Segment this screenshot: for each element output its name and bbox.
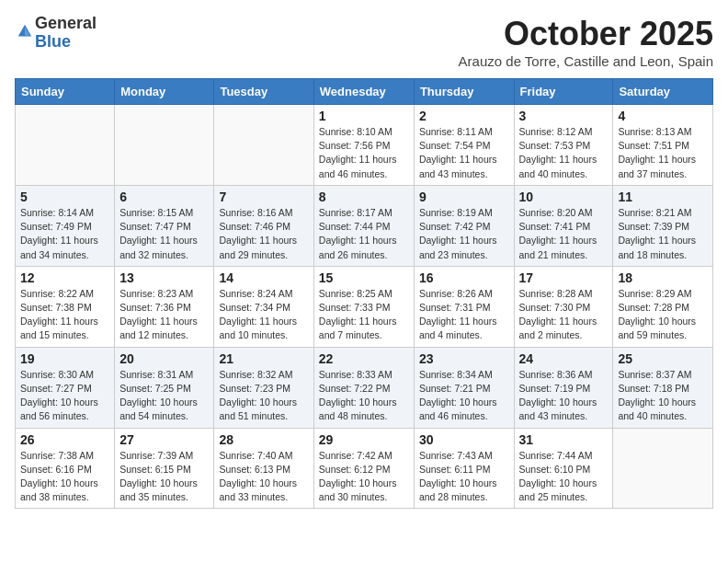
- page-header: General Blue October 2025 Arauzo de Torr…: [15, 15, 713, 69]
- calendar-cell: 25Sunrise: 8:37 AMSunset: 7:18 PMDayligh…: [613, 347, 713, 428]
- day-info: Sunrise: 7:40 AMSunset: 6:13 PMDaylight:…: [219, 449, 308, 505]
- calendar-cell: 27Sunrise: 7:39 AMSunset: 6:15 PMDayligh…: [115, 428, 214, 509]
- day-info: Sunrise: 8:36 AMSunset: 7:19 PMDaylight:…: [519, 368, 609, 424]
- day-number: 5: [20, 190, 109, 204]
- day-number: 21: [219, 351, 308, 366]
- calendar-cell: 14Sunrise: 8:24 AMSunset: 7:34 PMDayligh…: [214, 266, 313, 347]
- day-number: 10: [519, 190, 609, 204]
- day-number: 14: [219, 270, 308, 285]
- calendar-cell: 31Sunrise: 7:44 AMSunset: 6:10 PMDayligh…: [514, 428, 613, 509]
- calendar-cell: 15Sunrise: 8:25 AMSunset: 7:33 PMDayligh…: [313, 266, 414, 347]
- day-info: Sunrise: 8:28 AMSunset: 7:30 PMDaylight:…: [519, 287, 609, 343]
- day-number: 12: [20, 270, 109, 285]
- day-info: Sunrise: 8:31 AMSunset: 7:25 PMDaylight:…: [119, 368, 209, 424]
- day-info: Sunrise: 7:38 AMSunset: 6:16 PMDaylight:…: [20, 449, 109, 505]
- calendar-cell: [613, 428, 713, 509]
- day-number: 24: [519, 351, 609, 366]
- logo: General Blue: [15, 15, 97, 52]
- day-info: Sunrise: 8:14 AMSunset: 7:49 PMDaylight:…: [20, 206, 109, 262]
- day-number: 19: [20, 351, 109, 366]
- day-info: Sunrise: 8:26 AMSunset: 7:31 PMDaylight:…: [419, 287, 509, 343]
- calendar-cell: 3Sunrise: 8:12 AMSunset: 7:53 PMDaylight…: [514, 105, 613, 186]
- day-info: Sunrise: 7:43 AMSunset: 6:11 PMDaylight:…: [419, 449, 509, 505]
- day-info: Sunrise: 8:33 AMSunset: 7:22 PMDaylight:…: [319, 368, 409, 424]
- day-info: Sunrise: 8:37 AMSunset: 7:18 PMDaylight:…: [618, 368, 708, 424]
- calendar-cell: 20Sunrise: 8:31 AMSunset: 7:25 PMDayligh…: [115, 347, 214, 428]
- calendar-cell: 26Sunrise: 7:38 AMSunset: 6:16 PMDayligh…: [16, 428, 115, 509]
- calendar-cell: [16, 105, 115, 186]
- calendar-week-4: 26Sunrise: 7:38 AMSunset: 6:16 PMDayligh…: [16, 428, 713, 509]
- calendar-cell: 8Sunrise: 8:17 AMSunset: 7:44 PMDaylight…: [313, 185, 414, 266]
- calendar-cell: 2Sunrise: 8:11 AMSunset: 7:54 PMDaylight…: [414, 105, 514, 186]
- day-info: Sunrise: 7:42 AMSunset: 6:12 PMDaylight:…: [319, 449, 409, 505]
- calendar-cell: 24Sunrise: 8:36 AMSunset: 7:19 PMDayligh…: [514, 347, 613, 428]
- calendar-cell: 21Sunrise: 8:32 AMSunset: 7:23 PMDayligh…: [214, 347, 313, 428]
- title-block: October 2025 Arauzo de Torre, Castille a…: [459, 15, 713, 69]
- calendar-cell: 5Sunrise: 8:14 AMSunset: 7:49 PMDaylight…: [16, 185, 115, 266]
- calendar-week-2: 12Sunrise: 8:22 AMSunset: 7:38 PMDayligh…: [16, 266, 713, 347]
- logo-blue-text: Blue: [35, 32, 71, 51]
- day-number: 3: [519, 109, 609, 123]
- calendar-cell: 18Sunrise: 8:29 AMSunset: 7:28 PMDayligh…: [613, 266, 713, 347]
- day-number: 28: [219, 432, 308, 447]
- calendar-cell: 19Sunrise: 8:30 AMSunset: 7:27 PMDayligh…: [16, 347, 115, 428]
- calendar-cell: 13Sunrise: 8:23 AMSunset: 7:36 PMDayligh…: [115, 266, 214, 347]
- day-info: Sunrise: 8:11 AMSunset: 7:54 PMDaylight:…: [419, 125, 509, 181]
- calendar-cell: 1Sunrise: 8:10 AMSunset: 7:56 PMDaylight…: [313, 105, 414, 186]
- calendar-cell: 29Sunrise: 7:42 AMSunset: 6:12 PMDayligh…: [313, 428, 414, 509]
- logo-icon: [17, 23, 33, 40]
- day-info: Sunrise: 7:44 AMSunset: 6:10 PMDaylight:…: [519, 449, 609, 505]
- day-info: Sunrise: 8:21 AMSunset: 7:39 PMDaylight:…: [618, 206, 708, 262]
- day-info: Sunrise: 8:32 AMSunset: 7:23 PMDaylight:…: [219, 368, 308, 424]
- calendar-week-0: 1Sunrise: 8:10 AMSunset: 7:56 PMDaylight…: [16, 105, 713, 186]
- calendar-cell: 22Sunrise: 8:33 AMSunset: 7:22 PMDayligh…: [313, 347, 414, 428]
- day-number: 8: [319, 190, 409, 204]
- day-number: 30: [419, 432, 509, 447]
- calendar-header-row: SundayMondayTuesdayWednesdayThursdayFrid…: [16, 79, 713, 105]
- day-number: 27: [119, 432, 209, 447]
- calendar-cell: 23Sunrise: 8:34 AMSunset: 7:21 PMDayligh…: [414, 347, 514, 428]
- calendar-cell: 10Sunrise: 8:20 AMSunset: 7:41 PMDayligh…: [514, 185, 613, 266]
- day-info: Sunrise: 8:15 AMSunset: 7:47 PMDaylight:…: [119, 206, 209, 262]
- day-info: Sunrise: 8:16 AMSunset: 7:46 PMDaylight:…: [219, 206, 308, 262]
- calendar-cell: 17Sunrise: 8:28 AMSunset: 7:30 PMDayligh…: [514, 266, 613, 347]
- day-info: Sunrise: 8:25 AMSunset: 7:33 PMDaylight:…: [319, 287, 409, 343]
- calendar-week-1: 5Sunrise: 8:14 AMSunset: 7:49 PMDaylight…: [16, 185, 713, 266]
- day-info: Sunrise: 8:17 AMSunset: 7:44 PMDaylight:…: [319, 206, 409, 262]
- calendar-cell: 30Sunrise: 7:43 AMSunset: 6:11 PMDayligh…: [414, 428, 514, 509]
- day-number: 9: [419, 190, 509, 204]
- day-info: Sunrise: 8:13 AMSunset: 7:51 PMDaylight:…: [618, 125, 708, 181]
- day-number: 18: [618, 270, 708, 285]
- calendar-cell: 28Sunrise: 7:40 AMSunset: 6:13 PMDayligh…: [214, 428, 313, 509]
- day-number: 4: [618, 109, 708, 123]
- calendar-cell: 12Sunrise: 8:22 AMSunset: 7:38 PMDayligh…: [16, 266, 115, 347]
- day-number: 7: [219, 190, 308, 204]
- header-monday: Monday: [115, 79, 214, 105]
- day-number: 26: [20, 432, 109, 447]
- day-info: Sunrise: 8:30 AMSunset: 7:27 PMDaylight:…: [20, 368, 109, 424]
- location-subtitle: Arauzo de Torre, Castille and Leon, Spai…: [459, 53, 713, 69]
- calendar-cell: 6Sunrise: 8:15 AMSunset: 7:47 PMDaylight…: [115, 185, 214, 266]
- calendar-cell: 11Sunrise: 8:21 AMSunset: 7:39 PMDayligh…: [613, 185, 713, 266]
- day-info: Sunrise: 8:29 AMSunset: 7:28 PMDaylight:…: [618, 287, 708, 343]
- calendar-table: SundayMondayTuesdayWednesdayThursdayFrid…: [15, 78, 713, 509]
- day-number: 11: [618, 190, 708, 204]
- day-number: 17: [519, 270, 609, 285]
- day-number: 23: [419, 351, 509, 366]
- header-tuesday: Tuesday: [214, 79, 313, 105]
- logo-general-text: General: [35, 14, 97, 32]
- day-number: 15: [319, 270, 409, 285]
- day-number: 29: [319, 432, 409, 447]
- header-sunday: Sunday: [16, 79, 115, 105]
- day-number: 2: [419, 109, 509, 123]
- calendar-cell: 4Sunrise: 8:13 AMSunset: 7:51 PMDaylight…: [613, 105, 713, 186]
- day-number: 6: [119, 190, 209, 204]
- day-info: Sunrise: 8:19 AMSunset: 7:42 PMDaylight:…: [419, 206, 509, 262]
- header-thursday: Thursday: [414, 79, 514, 105]
- day-number: 16: [419, 270, 509, 285]
- day-number: 13: [119, 270, 209, 285]
- day-info: Sunrise: 8:22 AMSunset: 7:38 PMDaylight:…: [20, 287, 109, 343]
- calendar-cell: 16Sunrise: 8:26 AMSunset: 7:31 PMDayligh…: [414, 266, 514, 347]
- header-friday: Friday: [514, 79, 613, 105]
- calendar-cell: [214, 105, 313, 186]
